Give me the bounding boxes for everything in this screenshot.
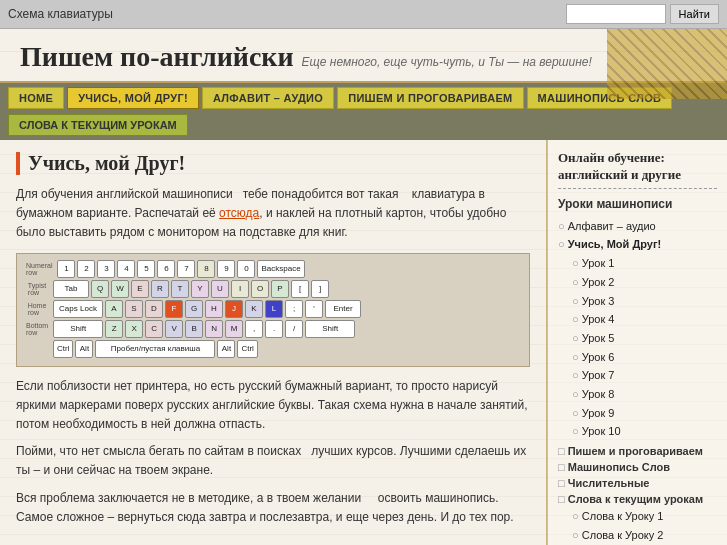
top-bar-title: Схема клавиатуры xyxy=(8,7,113,21)
sidebar-item-lesson3[interactable]: Урок 3 xyxy=(558,292,717,311)
nav-learn[interactable]: УЧИСЬ, МОЙ ДРУГ! xyxy=(67,87,199,109)
sidebar-item-learn[interactable]: Учись, Мой Друг! xyxy=(558,235,717,254)
kb-row-1: Numeralrow 1 2 3 4 5 6 7 8 9 0 Backspace xyxy=(23,260,523,278)
nav-home[interactable]: HOME xyxy=(8,87,64,109)
kb-side-label-4: Bottomrow xyxy=(23,320,51,338)
sidebar-item-words1[interactable]: Слова к Уроку 1 xyxy=(558,507,717,526)
sidebar-sub-words[interactable]: Слова к текущим урокам xyxy=(558,493,717,505)
search-input[interactable] xyxy=(566,4,666,24)
download-link[interactable]: отсюда xyxy=(219,206,259,220)
sidebar-section-title: Уроки машинописи xyxy=(558,197,717,211)
sidebar-item-words2[interactable]: Слова к Уроку 2 xyxy=(558,526,717,545)
site-title: Пишем по-английски xyxy=(20,41,294,73)
kb-side-label-3: Homerow xyxy=(23,300,51,318)
para2: Если поблизости нет принтера, но есть ру… xyxy=(16,377,530,435)
sidebar-item-lesson2[interactable]: Урок 2 xyxy=(558,273,717,292)
keyboard-diagram: Numeralrow 1 2 3 4 5 6 7 8 9 0 Backspace… xyxy=(16,253,530,367)
nav-alphabet[interactable]: АЛФАВИТ – АУДИО xyxy=(202,87,334,109)
top-bar: Схема клавиатуры Найти xyxy=(0,0,727,29)
sidebar-sub-numbers[interactable]: Числительные xyxy=(558,477,717,489)
sidebar-item-lesson4[interactable]: Урок 4 xyxy=(558,310,717,329)
left-column: Учись, мой Друг! Для обучения английской… xyxy=(0,140,547,545)
para4: Вся проблема заключается не в методике, … xyxy=(16,489,530,527)
kb-row-4: Bottomrow Shift Z X C V B N M , . / Shif… xyxy=(23,320,523,338)
right-sidebar: Онлайн обучение:английский и другие Урок… xyxy=(547,140,727,545)
site-header: Пишем по-английски Еще немного, еще чуть… xyxy=(0,29,727,83)
sidebar-divider xyxy=(558,188,717,189)
page-heading: Учись, мой Друг! xyxy=(16,152,530,175)
kb-side-label-2: Typistrow xyxy=(23,280,51,298)
sidebar-item-alphabet[interactable]: Алфавит – аудио xyxy=(558,217,717,236)
sidebar-item-lesson9[interactable]: Урок 9 xyxy=(558,404,717,423)
intro-paragraph: Для обучения английской машинописи тебе … xyxy=(16,185,530,243)
sidebar-item-lesson5[interactable]: Урок 5 xyxy=(558,329,717,348)
kb-row-3: Homerow Caps Lock A S D F G H J K L ; ' … xyxy=(23,300,523,318)
para3: Пойми, что нет смысла бегать по сайтам в… xyxy=(16,442,530,480)
sidebar-sub-write[interactable]: Пишем и проговариваем xyxy=(558,445,717,457)
sidebar-item-lesson8[interactable]: Урок 8 xyxy=(558,385,717,404)
sidebar-item-lesson1[interactable]: Урок 1 xyxy=(558,254,717,273)
site-subtitle: Еще немного, еще чуть-чуть, и Ты — на ве… xyxy=(302,55,592,69)
search-button[interactable]: Найти xyxy=(670,4,719,24)
sidebar-heading: Онлайн обучение:английский и другие xyxy=(558,150,717,184)
search-area: Найти xyxy=(566,4,719,24)
main-content: Учись, мой Друг! Для обучения английской… xyxy=(0,140,727,545)
kb-row-5: Ctrl Alt Пробел/пустая клавиша Alt Ctrl xyxy=(23,340,523,358)
kb-row-2: Typistrow Tab Q W E R T Y U I O P [ ] xyxy=(23,280,523,298)
sidebar-item-lesson6[interactable]: Урок 6 xyxy=(558,348,717,367)
nav-write[interactable]: ПИШЕМ И ПРОГОВАРИВАЕМ xyxy=(337,87,523,109)
sidebar-item-lesson7[interactable]: Урок 7 xyxy=(558,366,717,385)
sidebar-sub-typing[interactable]: Машинопись Слов xyxy=(558,461,717,473)
nav-words[interactable]: СЛОВА К ТЕКУЩИМ УРОКАМ xyxy=(8,114,188,136)
sidebar-item-lesson10[interactable]: Урок 10 xyxy=(558,422,717,441)
kb-side-label-1: Numeralrow xyxy=(23,260,55,278)
